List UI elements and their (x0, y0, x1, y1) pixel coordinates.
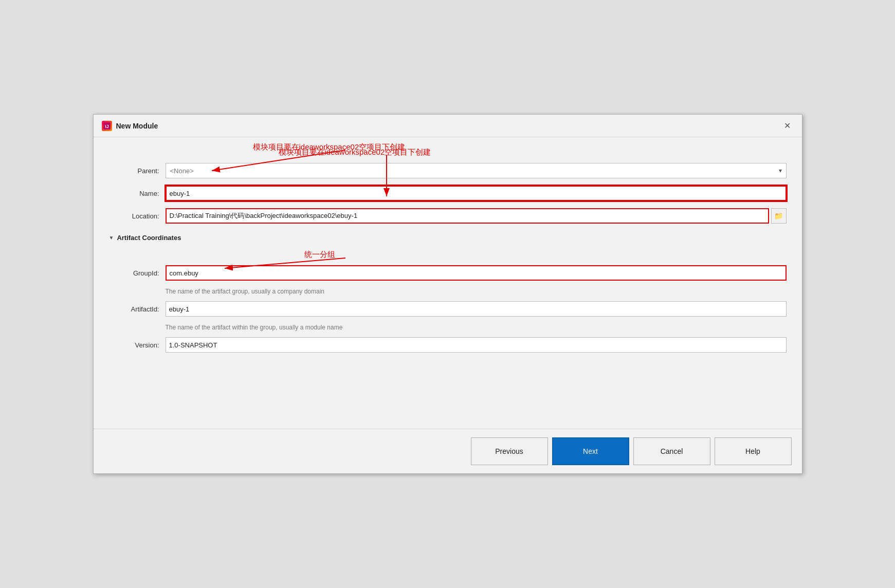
groupid-input[interactable] (166, 265, 787, 281)
parent-label: Parent: (109, 167, 166, 175)
location-input[interactable] (166, 208, 769, 224)
dropdown-arrow-icon: ▾ (779, 167, 782, 174)
help-button[interactable]: Help (715, 437, 792, 465)
groupid-hint: The name of the artifact group, usually … (166, 288, 787, 295)
groupid-label: GroupId: (109, 269, 166, 277)
new-module-dialog: IJ New Module ✕ 模块项目要在ideaworkspace02空项目… (93, 114, 802, 474)
cancel-button[interactable]: Cancel (633, 437, 710, 465)
top-annotation-text: 模块项目要在ideaworkspace02空项目下创建 (279, 148, 431, 157)
title-bar-left: IJ New Module (102, 121, 158, 131)
group-annotation-container: 统一分组 (109, 250, 787, 265)
artifactid-input[interactable] (166, 301, 787, 317)
section-toggle[interactable]: ▼ (109, 235, 114, 241)
close-button[interactable]: ✕ (781, 120, 794, 132)
parent-select[interactable]: <None> ▾ (166, 163, 787, 178)
dialog-content: 模块项目要在ideaworkspace02空项目下创建 模块项目要在ideawo… (94, 137, 802, 411)
title-bar: IJ New Module ✕ (94, 115, 802, 137)
parent-value: <None> (170, 167, 779, 175)
artifactid-row: ArtifactId: (109, 301, 787, 317)
name-input[interactable] (166, 186, 787, 201)
name-row: Name: (109, 186, 787, 201)
location-row: Location: 📁 (109, 208, 787, 224)
previous-button[interactable]: Previous (471, 437, 548, 465)
next-button[interactable]: Next (552, 437, 629, 465)
folder-icon: 📁 (774, 212, 783, 220)
section-header: ▼ Artifact Coordinates (109, 234, 787, 242)
name-label: Name: (109, 190, 166, 197)
artifact-section: ▼ Artifact Coordinates 统一分组 GroupId: The… (109, 234, 787, 353)
groupid-row: GroupId: (109, 265, 787, 281)
dialog-footer: Previous Next Cancel Help (94, 429, 802, 473)
artifactid-hint: The name of the artifact within the grou… (166, 324, 787, 331)
svg-text:IJ: IJ (105, 124, 109, 129)
location-label: Location: (109, 212, 166, 220)
dialog-title: New Module (116, 122, 158, 130)
annotation-spacer: 模块项目要在ideaworkspace02空项目下创建 (109, 148, 787, 163)
parent-row: Parent: <None> ▾ (109, 163, 787, 178)
section-title: Artifact Coordinates (117, 234, 181, 242)
version-input[interactable] (166, 337, 787, 353)
app-icon: IJ (102, 121, 112, 131)
browse-button[interactable]: 📁 (771, 208, 787, 224)
version-label: Version: (109, 341, 166, 349)
group-annotation-text: 统一分组 (304, 250, 335, 260)
artifactid-label: ArtifactId: (109, 305, 166, 313)
version-row: Version: (109, 337, 787, 353)
